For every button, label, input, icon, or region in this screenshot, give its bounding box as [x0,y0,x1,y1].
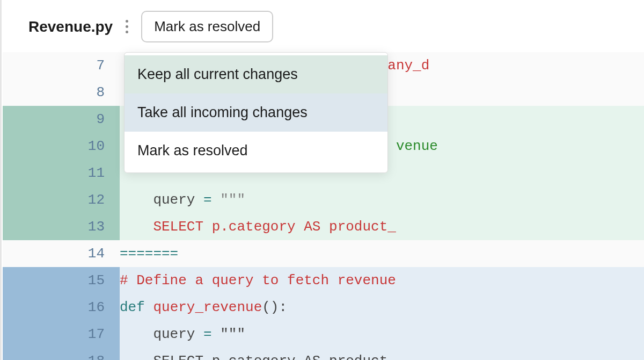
code-line: 12 query = """ [3,186,644,213]
menu-take-incoming[interactable]: Take all incoming changes [125,93,387,132]
kebab-menu-icon[interactable] [122,17,131,37]
line-number: 15 [3,267,120,294]
conflict-dropdown-menu: Keep all current changes Take all incomi… [124,52,388,173]
line-content: SELECT p.category AS product_ [120,213,644,240]
line-content: query = """ [120,186,644,213]
file-diff-panel: Revenue.py Mark as resolved 7 any_d8910 … [3,0,644,360]
line-number: 7 [3,52,120,79]
line-number: 10 [3,133,120,160]
code-line: 14======= [3,240,644,267]
line-number: 17 [3,321,120,348]
line-content: ======= [120,240,644,267]
line-number: 9 [3,106,120,133]
line-content: # Define a query to fetch revenue [120,267,644,294]
line-content: query = """ [120,321,644,348]
code-line: 16def query_revenue(): [3,294,644,321]
code-line: 13 SELECT p.category AS product_ [3,213,644,240]
menu-mark-resolved[interactable]: Mark as resolved [125,132,387,170]
code-area: 7 any_d8910 venue1112 query = """13 SELE… [3,52,644,360]
code-line: 15# Define a query to fetch revenue [3,267,644,294]
line-number: 16 [3,294,120,321]
line-number: 8 [3,79,120,106]
menu-keep-current[interactable]: Keep all current changes [125,55,387,93]
line-number: 12 [3,186,120,213]
line-content: SELECT p.category AS product_ [120,348,644,360]
file-name: Revenue.py [28,18,113,35]
code-line: 17 query = """ [3,321,644,348]
line-number: 14 [3,240,120,267]
code-line: 18 SELECT p.category AS product_ [3,348,644,360]
line-number: 11 [3,160,120,186]
line-number: 18 [3,348,120,360]
file-header: Revenue.py Mark as resolved [3,0,644,52]
line-content: def query_revenue(): [120,294,644,321]
line-number: 13 [3,213,120,240]
mark-resolved-button[interactable]: Mark as resolved [141,11,273,42]
